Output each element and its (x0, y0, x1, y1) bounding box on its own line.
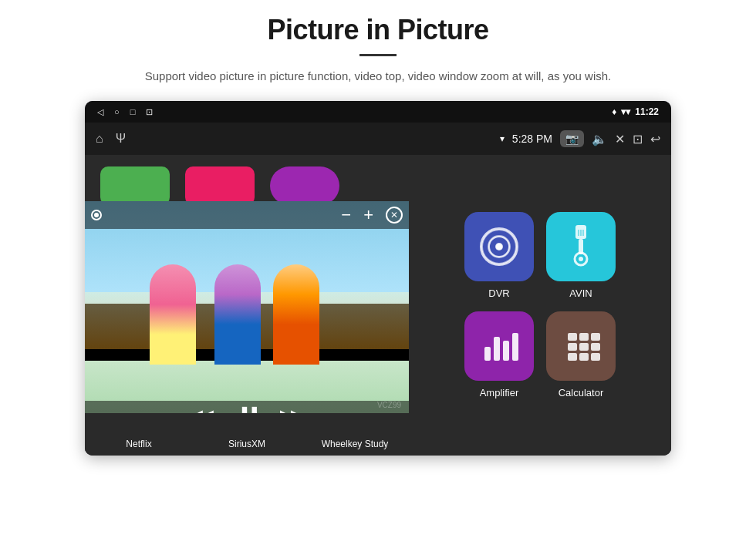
usb-icon[interactable]: Ψ (116, 132, 126, 146)
avin-label: AVIN (569, 287, 592, 299)
close-icon[interactable]: ✕ (615, 132, 625, 146)
amplifier-icon-box (464, 311, 534, 381)
person3 (273, 264, 319, 365)
svg-rect-14 (568, 333, 577, 341)
netflix-button[interactable] (100, 166, 170, 205)
pip-plus[interactable]: + (363, 205, 373, 225)
pip-minus[interactable]: − (341, 205, 351, 225)
right-section: DVR (409, 155, 671, 456)
recent-nav-icon[interactable]: □ (130, 107, 136, 116)
page-wrapper: Picture in Picture Support video picture… (0, 0, 756, 538)
calculator-icon-box (546, 311, 616, 381)
app-grid-row-2: Amplifier (424, 311, 656, 398)
svg-rect-15 (579, 333, 589, 341)
avin-icon (562, 224, 600, 270)
svg-rect-20 (568, 353, 577, 361)
pip-close[interactable]: ✕ (386, 207, 403, 224)
dvr-icon-box (464, 212, 534, 281)
status-bar-right: ♦ ▾▾ 11:22 (612, 106, 659, 117)
amplifier-app-item[interactable]: Amplifier (464, 311, 534, 398)
dvr-label: DVR (488, 287, 509, 299)
status-bar-left: ◁ ○ □ ⊡ (97, 107, 153, 117)
status-time: 11:22 (635, 106, 659, 117)
screenshot-nav-icon[interactable]: ⊡ (146, 107, 153, 117)
back-icon[interactable]: ↩ (650, 132, 660, 146)
camera-button[interactable]: 📷 (560, 130, 584, 147)
window-icon[interactable]: ⊡ (633, 132, 643, 146)
watermark: VCZ99 (377, 401, 401, 409)
page-subtitle: Support video picture in picture functio… (145, 67, 611, 86)
svg-rect-12 (503, 341, 509, 361)
nav-time: 5:28 PM (512, 133, 552, 145)
siriusxm-button[interactable] (185, 166, 255, 205)
avin-app-item[interactable]: AVIN (546, 212, 616, 299)
dvr-app-item[interactable]: DVR (464, 212, 534, 299)
amplifier-icon (478, 325, 521, 368)
video-scene (85, 201, 409, 429)
svg-rect-16 (591, 333, 600, 341)
wifi-icon: ▾▾ (621, 106, 630, 117)
pip-record-icon (91, 210, 102, 220)
svg-rect-21 (579, 353, 589, 361)
left-section: − + ✕ ◀◀ ▐▐ ▶▶ Netflix SiriusX (85, 155, 409, 456)
siriusxm-label: SiriusXM (193, 439, 301, 449)
page-title: Picture in Picture (267, 14, 488, 46)
calculator-label: Calculator (559, 387, 604, 398)
person1 (150, 264, 196, 365)
device-frame: ◁ ○ □ ⊡ ♦ ▾▾ 11:22 ⌂ Ψ ▾ 5:28 PM 📷 🔈 (85, 101, 671, 456)
svg-rect-11 (494, 337, 500, 361)
svg-rect-10 (484, 347, 491, 361)
svg-rect-22 (591, 353, 600, 361)
nav-bar-left: ⌂ Ψ (96, 132, 126, 146)
back-nav-icon[interactable]: ◁ (97, 107, 103, 117)
pip-center-controls: − + ✕ (341, 205, 403, 225)
svg-point-6 (579, 257, 583, 261)
video-pip[interactable]: − + ✕ ◀◀ ▐▐ ▶▶ (85, 201, 409, 429)
location-icon: ♦ (612, 106, 616, 117)
svg-rect-13 (512, 333, 518, 361)
netflix-label: Netflix (85, 439, 193, 449)
svg-rect-17 (568, 343, 577, 351)
svg-point-2 (495, 243, 503, 251)
svg-rect-19 (591, 343, 600, 351)
home-nav-icon[interactable]: ○ (114, 107, 120, 116)
bottom-labels: Netflix SiriusXM Wheelkey Study (85, 413, 409, 456)
main-area: − + ✕ ◀◀ ▐▐ ▶▶ Netflix SiriusX (85, 155, 671, 456)
pip-controls: − + ✕ (85, 201, 409, 229)
wheelkey-label: Wheelkey Study (301, 439, 409, 449)
nav-bar-right: ▾ 5:28 PM 📷 🔈 ✕ ⊡ ↩ (500, 130, 660, 147)
wheelkey-button[interactable] (270, 166, 339, 205)
avin-icon-box (546, 212, 616, 281)
status-bar: ◁ ○ □ ⊡ ♦ ▾▾ 11:22 (85, 101, 671, 123)
volume-icon[interactable]: 🔈 (592, 132, 607, 146)
nav-bar: ⌂ Ψ ▾ 5:28 PM 📷 🔈 ✕ ⊡ ↩ (85, 123, 671, 155)
person2 (214, 264, 261, 365)
calculator-app-item[interactable]: Calculator (546, 311, 616, 398)
svg-rect-18 (579, 343, 589, 351)
amplifier-label: Amplifier (480, 387, 519, 398)
home-icon[interactable]: ⌂ (96, 132, 103, 146)
calculator-icon (560, 325, 602, 368)
nav-wifi-icon: ▾ (500, 133, 505, 144)
title-divider (359, 54, 397, 56)
app-grid-row-1: DVR (424, 212, 656, 299)
dvr-icon (480, 227, 518, 266)
